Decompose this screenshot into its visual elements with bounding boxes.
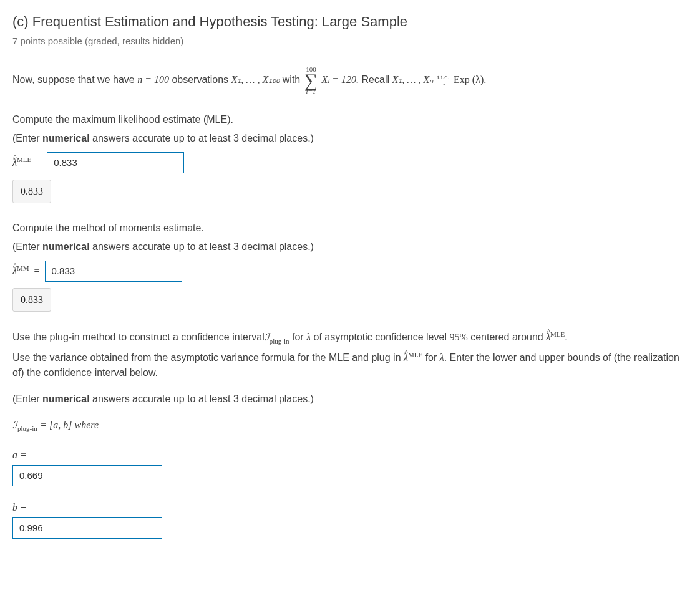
mm-feedback: 0.833 xyxy=(12,288,51,312)
text: for xyxy=(292,332,306,342)
interval-eq: = [a, b] where xyxy=(40,420,99,430)
problem-statement: Now, suppose that we have n = 100 observ… xyxy=(12,66,688,95)
sub: plug-in xyxy=(270,337,289,344)
b-input[interactable] xyxy=(12,517,162,539)
iid-tilde: ~ xyxy=(437,80,450,87)
sup: MLE xyxy=(550,330,565,338)
text: (Enter xyxy=(12,241,42,252)
sub: plug-in xyxy=(17,425,37,432)
n-equals: n = 100 xyxy=(137,74,169,85)
ci-precision-note: (Enter numerical answers accurate up to … xyxy=(12,392,688,406)
lambda: λ xyxy=(440,352,444,363)
text: observations xyxy=(172,74,231,85)
lambda-hat: λMLE xyxy=(404,352,422,363)
mle-feedback: 0.833 xyxy=(12,180,51,203)
lambda-hat: λMLE xyxy=(546,332,565,342)
text: Use the plug-in method to construct a co… xyxy=(12,332,265,342)
bold: numerical xyxy=(42,133,90,143)
text: (Enter xyxy=(12,393,42,404)
prompt-line-2: (Enter numerical answers accurate up to … xyxy=(12,131,688,146)
question-mle: Compute the maximum likelihood estimate … xyxy=(12,112,688,203)
mm-input[interactable] xyxy=(45,261,182,282)
text: answers accurate up to at least 3 decima… xyxy=(90,133,314,143)
prompt-line-1: Compute the maximum likelihood estimate … xyxy=(12,112,688,127)
text: Use the variance obtained from the asymp… xyxy=(12,352,404,363)
sup: MLE xyxy=(408,351,422,358)
equals: = xyxy=(34,264,40,279)
lambda-hat-mm-label: λMM xyxy=(12,263,29,279)
equals: = xyxy=(36,155,42,170)
sum-equals: Xᵢ = 120. xyxy=(322,74,359,85)
a-input[interactable] xyxy=(12,465,162,486)
prompt-line-2: (Enter numerical answers accurate up to … xyxy=(12,239,688,254)
prompt-line-1: Compute the method of moments estimate. xyxy=(12,221,688,236)
question-title: (c) Frequentist Estimation and Hypothesi… xyxy=(12,11,688,32)
interval-definition: ℐplug-in = [a, b] where xyxy=(12,418,688,434)
bold: numerical xyxy=(42,241,90,252)
mle-input[interactable] xyxy=(47,152,184,173)
text: Recall xyxy=(362,74,392,85)
sup: MM xyxy=(17,264,29,272)
iid-top: i.i.d. xyxy=(437,74,450,80)
I: ℐ xyxy=(12,420,17,430)
x-range-n: X₁, … , Xₙ xyxy=(392,74,433,85)
text: centered around xyxy=(468,332,546,342)
text: (Enter xyxy=(12,133,42,143)
a-label: a = xyxy=(12,448,688,463)
text: answers accurate up to at least 3 decima… xyxy=(90,393,314,404)
x-range: X₁, … , X₁₀₀ xyxy=(231,74,280,85)
question-ci: Use the plug-in method to construct a co… xyxy=(12,329,688,539)
text: . xyxy=(565,332,567,342)
text: for xyxy=(425,352,440,363)
sup: MLE xyxy=(17,156,31,163)
ci-paragraph-2: Use the variance obtained from the asymp… xyxy=(12,350,688,380)
ci-paragraph-1: Use the plug-in method to construct a co… xyxy=(12,329,688,346)
sum-lower: i=1 xyxy=(304,88,318,95)
text: answers accurate up to at least 3 decima… xyxy=(90,241,314,252)
pct: 95% xyxy=(449,332,467,342)
text: with xyxy=(283,74,303,85)
bold: numerical xyxy=(42,393,90,404)
sigma-symbol: ∑ xyxy=(304,73,318,88)
I: ℐ xyxy=(265,332,270,342)
question-mm: Compute the method of moments estimate. … xyxy=(12,221,688,312)
iid-symbol: i.i.d. ~ xyxy=(437,74,450,87)
text: of asymptotic confidence level xyxy=(311,332,449,342)
lambda-hat-mle-label: λMLE xyxy=(12,155,31,170)
distribution: Exp (λ). xyxy=(454,74,486,85)
text: Now, suppose that we have xyxy=(12,74,137,85)
b-label: b = xyxy=(12,500,688,515)
summation: 100 ∑ i=1 xyxy=(304,66,318,95)
points-possible: 7 points possible (graded, results hidde… xyxy=(12,34,688,49)
